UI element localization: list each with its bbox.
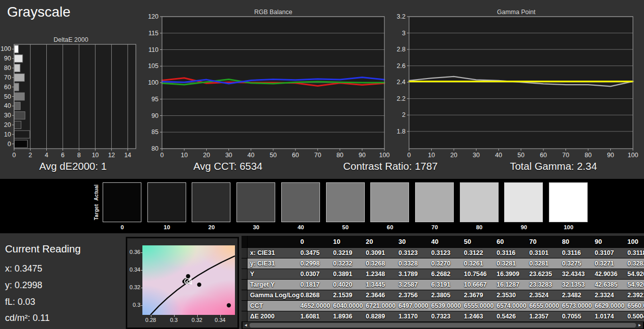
table-cell: 0.3091 xyxy=(365,248,397,258)
column-header-30: 30 xyxy=(397,236,430,247)
table-cell: 0.3261 xyxy=(463,258,496,269)
cie-x-tick-label: 0.34 xyxy=(211,317,229,323)
table-cell: 0.0307 xyxy=(299,269,332,279)
svg-text:70: 70 xyxy=(314,152,321,159)
column-header-60: 60 xyxy=(496,236,528,247)
scrollbar-thumb[interactable] xyxy=(250,323,636,327)
cie-x-tick xyxy=(197,315,198,317)
gray-swatch-30 xyxy=(236,182,275,222)
table-cell: 42.9036 xyxy=(594,269,626,279)
grayscale-swatch-strip: Actual Target 0102030405060708090100 xyxy=(0,179,644,233)
scrollbar-left-arrow-icon[interactable]: ◄ xyxy=(243,322,249,328)
row-label: ΔE 2000 xyxy=(248,311,299,321)
column-header-20: 20 xyxy=(365,236,397,247)
table-cell: 6574.0000 xyxy=(496,301,528,311)
swatch-level-label: 100 xyxy=(546,224,591,230)
cie-x-tick xyxy=(174,315,175,317)
svg-text:70: 70 xyxy=(562,152,570,159)
table-cell: 6040.0000 xyxy=(332,301,365,311)
svg-text:2: 2 xyxy=(29,152,32,159)
cie-x-tick xyxy=(151,315,151,317)
gray-swatch-40 xyxy=(281,182,320,222)
table-row[interactable]: ΔE 20001.60811.89360.82891.31700.73231.2… xyxy=(242,311,644,321)
svg-text:100: 100 xyxy=(628,152,638,159)
table-row[interactable]: y: CIE310.29980.32320.32680.33280.32700.… xyxy=(242,258,644,269)
table-row[interactable]: Gamma Log/Log0.82682.15392.36462.37562.3… xyxy=(242,290,644,300)
row-label: Target Y xyxy=(248,280,299,290)
row-gutter xyxy=(242,301,248,311)
row-label: x: CIE31 xyxy=(248,248,299,258)
svg-text:Gamma Point: Gamma Point xyxy=(497,9,536,16)
table-cell: 2.3524 xyxy=(528,290,561,300)
table-cell: 42.6385 xyxy=(594,280,626,290)
table-cell: 2.3756 xyxy=(397,290,430,300)
svg-text:40: 40 xyxy=(248,152,255,159)
table-row[interactable]: Target Y0.18170.40201.34453.25876.319110… xyxy=(242,280,644,290)
scrollbar-right-arrow-icon[interactable]: ► xyxy=(636,322,643,328)
svg-text:70: 70 xyxy=(4,74,11,81)
svg-text:90: 90 xyxy=(151,112,158,119)
table-cell: 0.3281 xyxy=(528,258,561,269)
cie-chart-panel: 0.360.340.320.30.280.30.320.34 xyxy=(126,237,239,329)
table-cell: 1.6081 xyxy=(299,311,332,321)
svg-text:100: 100 xyxy=(148,79,158,86)
readings-section: Current Reading x: 0.3475 y: 0.2998 fL: … xyxy=(0,233,644,329)
table-cell: 6655.0000 xyxy=(528,301,561,311)
table-cell: 0.3123 xyxy=(430,248,463,258)
gray-swatch-50 xyxy=(326,182,365,222)
table-cell: 1.2357 xyxy=(528,311,561,321)
cie-x-tick xyxy=(220,315,221,317)
svg-text:100: 100 xyxy=(379,152,390,159)
table-cell: 23.6235 xyxy=(528,269,561,279)
table-cell: 0.5426 xyxy=(496,311,528,321)
table-row[interactable]: CCT4652.00006040.00006721.00006497.00006… xyxy=(242,301,644,311)
table-cell: 1.0174 xyxy=(594,311,626,321)
total-gamma-stat: Total Gamma: 2.34 xyxy=(510,160,597,172)
svg-text:85: 85 xyxy=(151,128,158,136)
table-cell: 1.8936 xyxy=(332,311,365,321)
table-cell: 0.8268 xyxy=(299,290,332,300)
reading-fl: fL: 0.03 xyxy=(5,294,50,310)
column-header-70: 70 xyxy=(528,236,561,247)
row-label: CCT xyxy=(248,301,299,311)
table-cell: 1.3445 xyxy=(365,280,397,290)
table-cell: 0.3123 xyxy=(397,248,430,258)
table-row[interactable]: x: CIE310.34750.32190.30910.31230.31230.… xyxy=(242,248,644,258)
table-cell: 2.3646 xyxy=(365,290,397,300)
reading-y: y: 0.2998 xyxy=(5,277,50,294)
column-header-0: 0 xyxy=(299,236,332,247)
cie-x-tick-label: 0.3 xyxy=(165,317,183,323)
gray-swatch-60 xyxy=(370,182,409,222)
table-cell: 0.7323 xyxy=(430,311,463,321)
table-cell: 0.3270 xyxy=(430,258,463,269)
svg-text:2.4: 2.4 xyxy=(397,79,406,86)
table-cell: 54.920 xyxy=(626,269,644,279)
table-cell: 0.3275 xyxy=(561,258,594,269)
table-scrollbar[interactable]: ◄ ► xyxy=(243,322,643,328)
table-cell: 0.3268 xyxy=(365,258,397,269)
table-cell: 32.1353 xyxy=(561,280,594,290)
table-cell: 2.3530 xyxy=(496,290,528,300)
svg-text:RGB Balance: RGB Balance xyxy=(254,9,292,16)
svg-text:3.2: 3.2 xyxy=(397,13,406,20)
svg-text:95: 95 xyxy=(151,96,158,103)
row-gutter xyxy=(242,258,248,269)
table-cell: 0.3116 xyxy=(561,248,594,258)
table-cell: 0.3116 xyxy=(496,248,528,258)
table-corner-cell xyxy=(248,236,299,247)
table-row[interactable]: Y0.03070.38911.23483.17896.268210.754616… xyxy=(242,269,644,279)
table-cell: 2.3921 xyxy=(626,290,644,300)
swatch-level-label: 30 xyxy=(234,224,278,230)
svg-text:6: 6 xyxy=(61,152,64,159)
svg-text:50: 50 xyxy=(4,93,11,100)
svg-text:2.8: 2.8 xyxy=(397,46,406,53)
table-cell: 0.3101 xyxy=(528,248,561,258)
svg-text:90: 90 xyxy=(4,55,11,62)
svg-text:0: 0 xyxy=(408,152,411,159)
cie-y-tick-label: 0.32 xyxy=(127,284,140,290)
svg-text:10: 10 xyxy=(181,152,188,159)
table-cell: 6573.0000 xyxy=(561,301,594,311)
svg-text:10: 10 xyxy=(92,152,99,159)
avg-de2000-stat: Avg dE2000: 1 xyxy=(39,160,107,172)
gamma-point-chart: 1.822.22.42.62.833.201020304050607080901… xyxy=(394,7,644,159)
